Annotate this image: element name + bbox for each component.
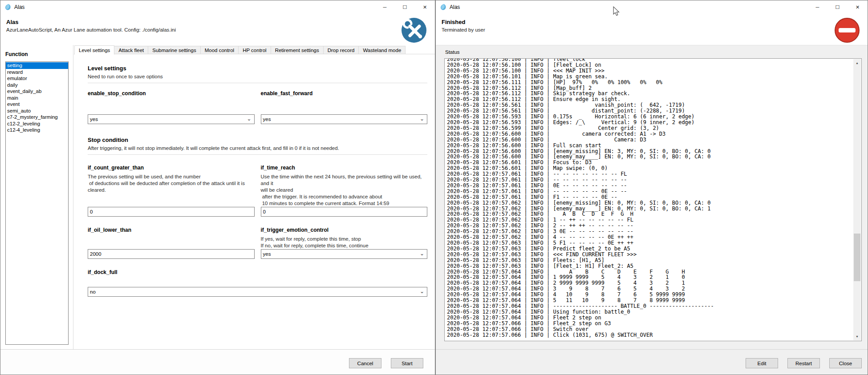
tab-wasteland-mode[interactable]: Wasteland mode (358, 46, 406, 54)
minimize-button[interactable]: ─ (807, 0, 827, 14)
field-desc: If yes, wait for reply, complete this ti… (261, 236, 428, 249)
maximize-icon: ☐ (403, 5, 407, 10)
field-label: if_time_reach (261, 165, 428, 171)
scrollbar-thumb[interactable] (854, 234, 860, 281)
field-label: if_count_greater_than (88, 165, 255, 171)
select-value: yes (263, 251, 271, 257)
window-console: Alas ─ ☐ ✕ Finished Terminated by user S… (435, 0, 868, 375)
close-button[interactable]: ✕ (848, 0, 868, 14)
sidebar-item-setting[interactable]: setting (6, 62, 68, 69)
field-if-dock-full: if_dock_full no ⌄ (88, 269, 427, 297)
function-listbox[interactable]: settingrewardemulatordailyevent_daily_ab… (5, 61, 69, 345)
field-enable-fast-forward: enable_fast_forward yes ⌄ (261, 90, 428, 124)
sidebar-item-c7-2-mystery-farming[interactable]: c7-2_mystery_farming (6, 114, 68, 121)
close-icon: ✕ (423, 5, 427, 10)
tab-mood-control[interactable]: Mood control (200, 46, 239, 54)
section-title: Stop condition (88, 137, 427, 143)
status-title: Finished (442, 19, 465, 25)
config-tools-icon (401, 17, 427, 44)
console-body: Status 2020-05-28 12:07:56.100 | INFO | … (436, 45, 868, 349)
tab-page-level-settings: Level settings Need to run once to save … (74, 54, 435, 349)
enable-stop-condition-select[interactable]: yes ⌄ (88, 114, 255, 124)
sidebar-item-event[interactable]: event (6, 101, 68, 108)
tab-hp-control[interactable]: HP control (238, 46, 271, 54)
status-subtitle: Terminated by user (442, 27, 485, 32)
scroll-up-icon: ▲ (856, 61, 859, 65)
sidebar-item-main[interactable]: main (6, 95, 68, 101)
window-title: Alas (450, 4, 460, 10)
if-dock-full-select[interactable]: no ⌄ (88, 287, 427, 297)
log-text: 2020-05-28 12:07:56.100 | INFO | fleet_l… (445, 58, 861, 338)
app-icon (4, 4, 12, 11)
tab-retirement-settings[interactable]: Retirement settings (271, 46, 324, 54)
close-button[interactable]: ✕ (415, 0, 435, 14)
enable-fast-forward-select[interactable]: yes ⌄ (261, 114, 428, 124)
chevron-down-icon: ⌄ (420, 250, 424, 257)
titlebar[interactable]: Alas ─ ☐ ✕ (0, 0, 435, 14)
config-header: Alas AzurLaneAutoScript, An Azur Lane au… (0, 14, 435, 45)
edit-button[interactable]: Edit (746, 358, 778, 368)
scroll-up-button[interactable]: ▲ (853, 59, 861, 67)
sidebar-item-c12-2-leveling[interactable]: c12-2_leveling (6, 121, 68, 127)
titlebar[interactable]: Alas ─ ☐ ✕ (436, 0, 868, 14)
tab-level-settings[interactable]: Level settings (74, 45, 114, 55)
page-subtitle: AzurLaneAutoScript, An Azur Lane automat… (6, 27, 176, 32)
restart-button[interactable]: Restart (787, 358, 820, 368)
sidebar: Function settingrewardemulatordailyevent… (0, 45, 73, 349)
mouse-cursor (612, 6, 620, 16)
status-label: Status (445, 49, 460, 55)
cancel-button[interactable]: Cancel (349, 358, 381, 368)
console-footer: Edit Restart Close (436, 349, 868, 375)
field-if-trigger-emotion-control: if_trigger_emotion_control If yes, wait … (261, 227, 428, 259)
minimize-button[interactable]: ─ (375, 0, 395, 14)
field-enable-stop-condition: enable_stop_condition yes ⌄ (88, 90, 255, 124)
tab-strip: Level settingsAttack fleetSubmarine sett… (74, 45, 435, 54)
if-trigger-emotion-control-select[interactable]: yes ⌄ (261, 249, 428, 259)
sidebar-item-semi-auto[interactable]: semi_auto (6, 108, 68, 114)
field-label: if_trigger_emotion_control (261, 227, 428, 233)
scroll-down-button[interactable]: ▼ (853, 333, 861, 340)
field-desc: The previous setting will be used, and t… (88, 173, 255, 194)
desktop: Alas ─ ☐ ✕ Alas AzurLaneAutoScript, An A… (0, 0, 868, 375)
close-icon: ✕ (856, 5, 860, 10)
sidebar-item-c12-4-leveling[interactable]: c12-4_leveling (6, 127, 68, 133)
start-button[interactable]: Start (391, 358, 423, 368)
divider (88, 154, 427, 155)
section-title: Level settings (88, 65, 427, 72)
log-scrollbar[interactable]: ▲ ▼ (853, 59, 861, 340)
if-count-greater-than-input[interactable] (88, 207, 255, 217)
maximize-button[interactable]: ☐ (827, 0, 848, 14)
stop-error-icon (834, 17, 860, 44)
sidebar-item-reward[interactable]: reward (6, 69, 68, 76)
window-title: Alas (14, 4, 24, 10)
minimize-icon: ─ (816, 5, 819, 10)
log-output[interactable]: 2020-05-28 12:07:56.100 | INFO | fleet_l… (444, 58, 862, 341)
console-header: Finished Terminated by user (436, 14, 868, 45)
field-label: if_dock_full (88, 269, 427, 275)
sidebar-item-daily[interactable]: daily (6, 82, 68, 89)
tab-attack-fleet[interactable]: Attack fleet (114, 46, 148, 54)
chevron-down-icon: ⌄ (420, 116, 424, 122)
tab-drop-record[interactable]: Drop record (323, 46, 359, 54)
chevron-down-icon: ⌄ (420, 288, 424, 294)
minimize-icon: ─ (383, 5, 387, 10)
sidebar-item-event-daily-ab[interactable]: event_daily_ab (6, 88, 68, 95)
if-time-reach-input[interactable] (261, 207, 428, 217)
field-desc: Use the time within the next 24 hours, t… (261, 173, 428, 207)
sidebar-label: Function (5, 51, 69, 57)
tab-submarine-settings[interactable]: Submarine settings (148, 46, 200, 54)
sidebar-item-emulator[interactable]: emulator (6, 75, 68, 82)
page-title: Alas (6, 19, 18, 25)
window-config: Alas ─ ☐ ✕ Alas AzurLaneAutoScript, An A… (0, 0, 435, 375)
section-desc: Need to run once to save options (88, 74, 427, 79)
field-label: enable_fast_forward (261, 90, 428, 97)
maximize-button[interactable]: ☐ (395, 0, 415, 14)
field-if-oil-lower-than: if_oil_lower_than (88, 227, 255, 259)
config-footer: Cancel Start (0, 349, 435, 375)
select-value: yes (90, 117, 98, 122)
chevron-down-icon: ⌄ (247, 116, 251, 122)
if-oil-lower-than-input[interactable] (88, 249, 255, 259)
scroll-down-icon: ▼ (856, 335, 859, 338)
close-action-button[interactable]: Close (829, 358, 862, 368)
app-icon (440, 4, 447, 11)
